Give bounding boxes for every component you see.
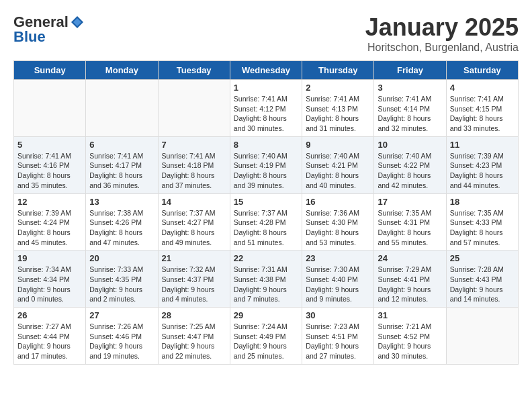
day-info: Sunrise: 7:40 AM Sunset: 4:22 PM Dayligh… <box>378 151 442 191</box>
header-friday: Friday <box>374 61 446 80</box>
day-number: 20 <box>89 253 154 263</box>
header-wednesday: Wednesday <box>230 61 302 80</box>
day-number: 26 <box>17 310 82 320</box>
day-info: Sunrise: 7:40 AM Sunset: 4:21 PM Dayligh… <box>306 151 370 191</box>
calendar-cell: 11Sunrise: 7:39 AM Sunset: 4:23 PM Dayli… <box>446 136 518 193</box>
week-row-0: 1Sunrise: 7:41 AM Sunset: 4:12 PM Daylig… <box>14 80 519 137</box>
day-number: 2 <box>306 83 370 93</box>
calendar-cell: 16Sunrise: 7:36 AM Sunset: 4:30 PM Dayli… <box>302 193 374 250</box>
day-info: Sunrise: 7:41 AM Sunset: 4:15 PM Dayligh… <box>450 94 515 134</box>
header-monday: Monday <box>86 61 158 80</box>
calendar-cell: 24Sunrise: 7:29 AM Sunset: 4:41 PM Dayli… <box>374 250 446 308</box>
day-number: 30 <box>306 310 370 320</box>
calendar-cell: 30Sunrise: 7:23 AM Sunset: 4:51 PM Dayli… <box>302 308 374 365</box>
calendar-cell: 20Sunrise: 7:33 AM Sunset: 4:35 PM Dayli… <box>86 250 158 308</box>
day-info: Sunrise: 7:32 AM Sunset: 4:37 PM Dayligh… <box>162 265 226 304</box>
calendar-cell: 27Sunrise: 7:26 AM Sunset: 4:46 PM Dayli… <box>86 308 158 365</box>
logo: General Blue <box>13 13 85 46</box>
day-info: Sunrise: 7:30 AM Sunset: 4:40 PM Dayligh… <box>306 265 370 304</box>
day-info: Sunrise: 7:21 AM Sunset: 4:52 PM Dayligh… <box>378 322 442 361</box>
day-info: Sunrise: 7:31 AM Sunset: 4:38 PM Dayligh… <box>234 265 298 304</box>
day-number: 9 <box>306 140 370 150</box>
calendar-cell: 9Sunrise: 7:40 AM Sunset: 4:21 PM Daylig… <box>302 136 374 193</box>
calendar-cell: 12Sunrise: 7:39 AM Sunset: 4:24 PM Dayli… <box>14 193 86 250</box>
day-info: Sunrise: 7:26 AM Sunset: 4:46 PM Dayligh… <box>89 322 154 361</box>
day-number: 24 <box>378 253 442 263</box>
day-number: 15 <box>234 197 298 207</box>
day-info: Sunrise: 7:36 AM Sunset: 4:30 PM Dayligh… <box>306 208 370 248</box>
calendar-cell: 18Sunrise: 7:35 AM Sunset: 4:33 PM Dayli… <box>446 193 518 250</box>
calendar-cell <box>446 308 518 365</box>
logo-icon <box>70 15 85 30</box>
day-number: 25 <box>450 253 515 263</box>
day-info: Sunrise: 7:29 AM Sunset: 4:41 PM Dayligh… <box>378 265 442 304</box>
calendar-cell: 15Sunrise: 7:37 AM Sunset: 4:28 PM Dayli… <box>230 193 302 250</box>
calendar-subtitle: Horitschon, Burgenland, Austria <box>365 42 519 54</box>
day-number: 29 <box>234 310 298 320</box>
day-info: Sunrise: 7:38 AM Sunset: 4:26 PM Dayligh… <box>89 208 154 248</box>
day-info: Sunrise: 7:37 AM Sunset: 4:28 PM Dayligh… <box>234 208 298 248</box>
calendar-cell <box>86 80 158 137</box>
calendar-cell: 21Sunrise: 7:32 AM Sunset: 4:37 PM Dayli… <box>158 250 230 308</box>
calendar-cell: 3Sunrise: 7:41 AM Sunset: 4:14 PM Daylig… <box>374 80 446 137</box>
day-number: 5 <box>17 140 82 150</box>
day-info: Sunrise: 7:41 AM Sunset: 4:14 PM Dayligh… <box>378 94 442 134</box>
day-info: Sunrise: 7:37 AM Sunset: 4:27 PM Dayligh… <box>162 208 226 248</box>
day-info: Sunrise: 7:41 AM Sunset: 4:16 PM Dayligh… <box>17 151 82 191</box>
day-info: Sunrise: 7:41 AM Sunset: 4:17 PM Dayligh… <box>89 151 154 191</box>
calendar-cell: 25Sunrise: 7:28 AM Sunset: 4:43 PM Dayli… <box>446 250 518 308</box>
day-info: Sunrise: 7:41 AM Sunset: 4:13 PM Dayligh… <box>306 94 370 134</box>
calendar-cell: 5Sunrise: 7:41 AM Sunset: 4:16 PM Daylig… <box>14 136 86 193</box>
day-number: 12 <box>17 197 82 207</box>
day-number: 8 <box>234 140 298 150</box>
day-info: Sunrise: 7:39 AM Sunset: 4:24 PM Dayligh… <box>17 208 82 248</box>
calendar-cell: 4Sunrise: 7:41 AM Sunset: 4:15 PM Daylig… <box>446 80 518 137</box>
calendar-cell: 29Sunrise: 7:24 AM Sunset: 4:49 PM Dayli… <box>230 308 302 365</box>
calendar-cell: 2Sunrise: 7:41 AM Sunset: 4:13 PM Daylig… <box>302 80 374 137</box>
day-number: 1 <box>234 83 298 93</box>
week-row-1: 5Sunrise: 7:41 AM Sunset: 4:16 PM Daylig… <box>14 136 519 193</box>
day-info: Sunrise: 7:41 AM Sunset: 4:12 PM Dayligh… <box>234 94 298 134</box>
day-number: 28 <box>162 310 226 320</box>
day-number: 17 <box>378 197 442 207</box>
day-number: 11 <box>450 140 515 150</box>
header-row: SundayMondayTuesdayWednesdayThursdayFrid… <box>14 61 519 80</box>
day-number: 10 <box>378 140 442 150</box>
day-info: Sunrise: 7:27 AM Sunset: 4:44 PM Dayligh… <box>17 322 82 361</box>
day-info: Sunrise: 7:33 AM Sunset: 4:35 PM Dayligh… <box>89 265 154 304</box>
day-number: 23 <box>306 253 370 263</box>
day-info: Sunrise: 7:24 AM Sunset: 4:49 PM Dayligh… <box>234 322 298 361</box>
calendar-cell: 14Sunrise: 7:37 AM Sunset: 4:27 PM Dayli… <box>158 193 230 250</box>
day-info: Sunrise: 7:41 AM Sunset: 4:18 PM Dayligh… <box>162 151 226 191</box>
calendar-cell: 23Sunrise: 7:30 AM Sunset: 4:40 PM Dayli… <box>302 250 374 308</box>
day-number: 27 <box>89 310 154 320</box>
day-number: 7 <box>162 140 226 150</box>
title-area: January 2025 Horitschon, Burgenland, Aus… <box>365 13 519 54</box>
calendar-title: January 2025 <box>365 13 519 42</box>
calendar-cell: 6Sunrise: 7:41 AM Sunset: 4:17 PM Daylig… <box>86 136 158 193</box>
calendar-cell: 10Sunrise: 7:40 AM Sunset: 4:22 PM Dayli… <box>374 136 446 193</box>
page-header: General Blue January 2025 Horitschon, Bu… <box>13 13 519 54</box>
day-info: Sunrise: 7:35 AM Sunset: 4:33 PM Dayligh… <box>450 208 515 248</box>
day-number: 19 <box>17 253 82 263</box>
day-number: 31 <box>378 310 442 320</box>
day-number: 3 <box>378 83 442 93</box>
logo-blue: Blue <box>13 28 46 46</box>
calendar-cell: 17Sunrise: 7:35 AM Sunset: 4:31 PM Dayli… <box>374 193 446 250</box>
day-number: 6 <box>89 140 154 150</box>
calendar-cell: 13Sunrise: 7:38 AM Sunset: 4:26 PM Dayli… <box>86 193 158 250</box>
day-info: Sunrise: 7:34 AM Sunset: 4:34 PM Dayligh… <box>17 265 82 304</box>
week-row-3: 19Sunrise: 7:34 AM Sunset: 4:34 PM Dayli… <box>14 250 519 308</box>
day-info: Sunrise: 7:39 AM Sunset: 4:23 PM Dayligh… <box>450 151 515 191</box>
day-number: 21 <box>162 253 226 263</box>
day-number: 16 <box>306 197 370 207</box>
header-thursday: Thursday <box>302 61 374 80</box>
week-row-2: 12Sunrise: 7:39 AM Sunset: 4:24 PM Dayli… <box>14 193 519 250</box>
calendar-cell <box>14 80 86 137</box>
day-number: 14 <box>162 197 226 207</box>
day-info: Sunrise: 7:40 AM Sunset: 4:19 PM Dayligh… <box>234 151 298 191</box>
calendar-cell: 31Sunrise: 7:21 AM Sunset: 4:52 PM Dayli… <box>374 308 446 365</box>
day-info: Sunrise: 7:28 AM Sunset: 4:43 PM Dayligh… <box>450 265 515 304</box>
day-number: 22 <box>234 253 298 263</box>
header-saturday: Saturday <box>446 61 518 80</box>
